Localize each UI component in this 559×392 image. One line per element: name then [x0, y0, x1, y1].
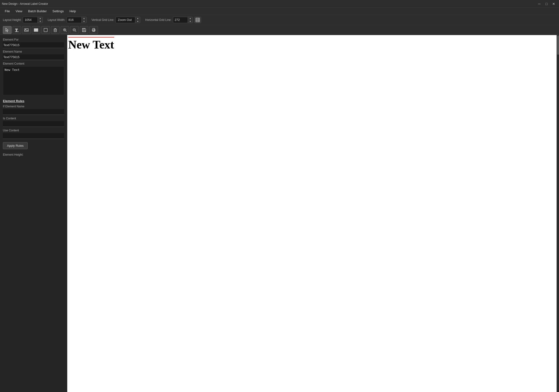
svg-rect-16: [38, 28, 38, 31]
barcode-tool-button[interactable]: [32, 26, 40, 34]
horizontal-grid-input-wrap: ▲ ▼: [173, 17, 193, 23]
layout-height-label: Layout Height:: [3, 18, 21, 22]
save-button[interactable]: [80, 26, 88, 34]
horizontal-grid-input[interactable]: [173, 18, 188, 22]
layout-width-input[interactable]: [67, 18, 81, 22]
layout-height-group: Layout Height: ▲ ▼: [3, 17, 43, 23]
element-rules-header: Element Rules: [3, 99, 64, 103]
sidebar: Element For Element Name Element Content…: [0, 35, 67, 392]
save-icon: [82, 28, 86, 32]
layout-width-label: Layout Width:: [47, 18, 65, 22]
element-rules-section: Element Rules If Element Name Is Content…: [3, 98, 64, 149]
vertical-grid-label: Vertical Grid Line:: [92, 18, 114, 22]
svg-rect-18: [54, 29, 56, 32]
svg-point-32: [94, 29, 95, 30]
svg-rect-4: [196, 18, 200, 22]
grid-toggle-button[interactable]: [194, 17, 201, 23]
layout-width-up[interactable]: ▲: [82, 17, 86, 20]
zoom-out-button[interactable]: [70, 26, 79, 34]
cursor-icon: [5, 28, 9, 32]
print-button[interactable]: [89, 26, 98, 34]
vertical-grid-select-wrap: Zoom Out ▲ ▼: [116, 17, 140, 23]
if-element-name-label: If Element Name: [3, 105, 64, 108]
scrollbar-thumb: [557, 36, 559, 55]
svg-rect-12: [35, 28, 36, 31]
menu-help[interactable]: Help: [66, 9, 79, 14]
layout-width-group: Layout Width: ▲ ▼: [47, 17, 86, 23]
vertical-grid-value: Zoom Out: [116, 18, 135, 22]
menu-file[interactable]: File: [2, 9, 13, 14]
main-content: Element For Element Name Element Content…: [0, 35, 559, 392]
element-content-textarea[interactable]: New Text: [3, 66, 64, 95]
svg-rect-15: [37, 28, 37, 31]
title-text: New Design - Arrowat Label Creator: [2, 2, 48, 6]
layout-toolbar: Layout Height: ▲ ▼ Layout Width: ▲ ▼ Ver…: [0, 15, 559, 25]
is-content-group: Is Content: [3, 117, 64, 127]
canvas-area-wrapper: New Text: [67, 35, 559, 392]
horizontal-grid-down[interactable]: ▼: [188, 20, 193, 23]
text-tool-button[interactable]: T: [12, 26, 21, 34]
vertical-grid-down[interactable]: ▼: [135, 20, 140, 23]
element-for-section: Element For: [3, 38, 64, 48]
trash-icon: [53, 28, 57, 32]
menu-view[interactable]: View: [13, 9, 25, 14]
image-icon: [24, 28, 28, 32]
delete-tool-button[interactable]: [51, 26, 60, 34]
shape-icon: [44, 28, 48, 32]
is-content-label: Is Content: [3, 117, 64, 120]
grid-icon: [196, 18, 200, 22]
element-for-input[interactable]: [3, 42, 64, 48]
select-tool-button[interactable]: [3, 26, 11, 34]
if-element-name-input[interactable]: [3, 109, 64, 115]
layout-height-input[interactable]: [23, 18, 37, 22]
barcode-icon: [34, 28, 38, 32]
element-height-section: Element Height:: [3, 153, 64, 157]
vertical-scrollbar[interactable]: [557, 35, 559, 392]
image-tool-button[interactable]: [22, 26, 31, 34]
vertical-grid-up[interactable]: ▲: [135, 17, 140, 20]
zoom-out-icon: [72, 28, 77, 32]
layout-width-down[interactable]: ▼: [82, 20, 86, 23]
layout-height-input-wrap: ▲ ▼: [23, 17, 43, 23]
element-height-label: Element Height:: [3, 153, 64, 156]
svg-rect-8: [25, 28, 28, 31]
print-icon: [92, 28, 96, 32]
menu-batch-builder[interactable]: Batch Builder: [25, 9, 49, 14]
svg-line-27: [75, 31, 76, 32]
layout-width-spin: ▲ ▼: [81, 17, 86, 23]
text-tool-icon: T: [15, 28, 19, 32]
svg-rect-13: [36, 28, 36, 31]
maximize-button[interactable]: □: [543, 1, 550, 6]
element-name-input[interactable]: [3, 54, 64, 60]
is-content-input[interactable]: [3, 121, 64, 127]
apply-rules-group: Apply Rules: [3, 141, 64, 149]
layout-height-up[interactable]: ▲: [38, 17, 43, 20]
close-button[interactable]: ✕: [550, 1, 557, 6]
horizontal-grid-spin: ▲ ▼: [188, 17, 193, 23]
vertical-grid-arrows: ▲ ▼: [135, 17, 140, 23]
layout-height-down[interactable]: ▼: [38, 20, 43, 23]
title-bar: New Design - Arrowat Label Creator ─ □ ✕: [0, 0, 559, 8]
tools-toolbar: T: [0, 25, 559, 35]
element-name-section: Element Name: [3, 50, 64, 60]
svg-rect-11: [35, 28, 35, 31]
if-element-name-group: If Element Name: [3, 105, 64, 115]
element-name-label: Element Name: [3, 50, 64, 53]
svg-line-24: [65, 31, 66, 32]
menu-settings[interactable]: Settings: [49, 9, 66, 14]
svg-marker-5: [6, 28, 8, 32]
zoom-in-icon: [63, 28, 67, 32]
horizontal-grid-up[interactable]: ▲: [188, 17, 193, 20]
canvas-area[interactable]: New Text: [67, 35, 557, 392]
canvas: New Text: [67, 35, 557, 392]
zoom-in-button[interactable]: [61, 26, 69, 34]
apply-rules-button[interactable]: Apply Rules: [3, 142, 28, 149]
minimize-button[interactable]: ─: [536, 1, 543, 6]
layout-height-spin: ▲ ▼: [37, 17, 43, 23]
shape-tool-button[interactable]: [41, 26, 50, 34]
use-content-input[interactable]: [3, 133, 64, 139]
svg-text:T: T: [15, 28, 18, 32]
vertical-grid-group: Vertical Grid Line: Zoom Out ▲ ▼: [92, 17, 140, 23]
svg-rect-29: [83, 28, 84, 29]
layout-width-input-wrap: ▲ ▼: [67, 17, 87, 23]
